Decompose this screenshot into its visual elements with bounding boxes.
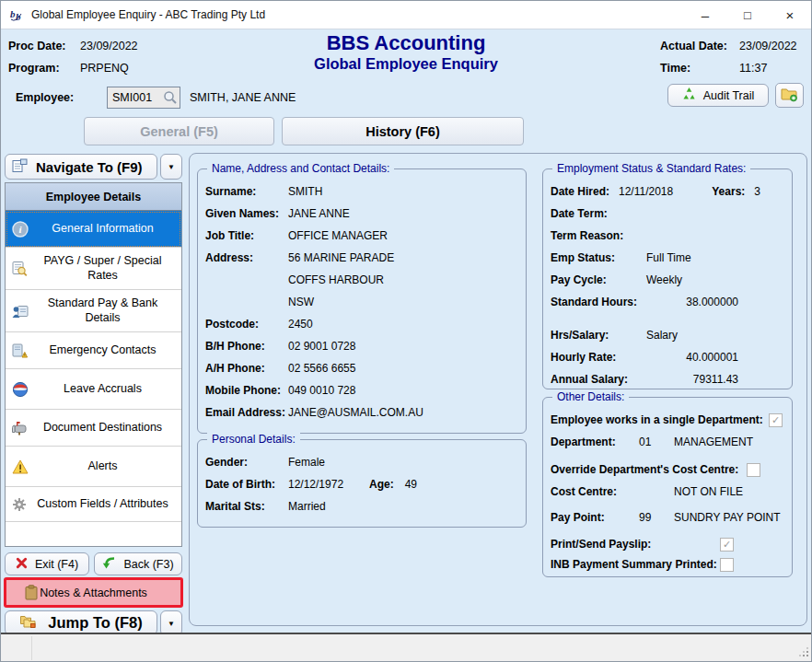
status-cell bbox=[1, 636, 32, 660]
field-label: Date of Birth: bbox=[205, 478, 288, 491]
pay-point-name: SUNDRY PAY POINT bbox=[674, 511, 781, 524]
actual-date-value: 23/09/2022 bbox=[739, 40, 804, 52]
resize-grip[interactable] bbox=[806, 655, 808, 656]
form-list-icon bbox=[12, 158, 28, 176]
field-label: Gender: bbox=[205, 456, 288, 469]
annual-salary-value: 79311.43 bbox=[646, 373, 738, 386]
clipboard-icon bbox=[25, 585, 38, 603]
field-label: Date Term: bbox=[551, 207, 646, 220]
emergency-contact-icon bbox=[12, 343, 28, 358]
exit-button[interactable]: Exit (F4) bbox=[5, 552, 89, 575]
search-icon[interactable] bbox=[163, 90, 178, 108]
gender-value: Female bbox=[288, 456, 325, 469]
titlebar: bb Global Employee Enquiry - ABC Trading… bbox=[1, 1, 811, 29]
add-folder-button[interactable] bbox=[775, 83, 804, 108]
field-label: Mobile Phone: bbox=[205, 384, 288, 397]
back-label: Back (F3) bbox=[123, 558, 173, 571]
bank-details-icon bbox=[12, 304, 29, 319]
warning-icon bbox=[12, 459, 29, 474]
payg-search-icon bbox=[12, 261, 28, 276]
standard-hours-value: 38.000000 bbox=[646, 296, 738, 308]
maximize-button[interactable]: □ bbox=[726, 1, 769, 29]
field-label: Date Hired: bbox=[551, 185, 619, 198]
surname-value: SMITH bbox=[288, 185, 322, 198]
list-header: Employee Details bbox=[6, 183, 181, 211]
close-button[interactable]: × bbox=[769, 1, 811, 29]
svg-text:b: b bbox=[16, 11, 21, 22]
field-label: Job Title: bbox=[205, 229, 288, 242]
tab-history[interactable]: History (F6) bbox=[282, 117, 524, 145]
field-label: Surname: bbox=[205, 185, 288, 198]
recycle-icon bbox=[682, 87, 696, 103]
employment-status-title: Employment Status & Standard Rates: bbox=[552, 162, 750, 175]
sidebar-item-payg-super-special-rates[interactable]: PAYG / Super / Special Rates bbox=[6, 248, 181, 290]
field-label: Given Names: bbox=[205, 207, 288, 220]
contact-details-group: Name, Address and Contact Details: Surna… bbox=[197, 168, 527, 434]
override-cost-centre-label: Override Department's Cost Centre: bbox=[551, 463, 738, 476]
jump-to-label: Jump To (F8) bbox=[48, 614, 142, 632]
job-title-value: OFFICE MANAGER bbox=[288, 229, 388, 242]
single-department-checkbox[interactable]: ✓ bbox=[769, 413, 783, 427]
employee-name: SMITH, JANE ANNE bbox=[190, 91, 296, 104]
inb-summary-label: INB Payment Summary Printed: bbox=[551, 558, 717, 571]
pay-point-label: Pay Point: bbox=[551, 511, 626, 524]
emp-status-value: Full Time bbox=[646, 251, 691, 264]
sidebar-item-custom-fields-attributes[interactable]: Custom Fields / Attributes bbox=[6, 487, 181, 522]
pay-point-code: 99 bbox=[639, 511, 674, 524]
department-name: MANAGEMENT bbox=[674, 436, 753, 448]
mobile-phone-value: 049 0010 728 bbox=[288, 384, 355, 397]
inb-summary-checkbox[interactable] bbox=[720, 558, 734, 572]
field-label: Hrs/Salary: bbox=[551, 329, 646, 342]
other-details-title: Other Details: bbox=[552, 390, 629, 403]
time-label: Time: bbox=[660, 62, 732, 75]
sidebar-item-alerts[interactable]: Alerts bbox=[6, 447, 181, 487]
address-line-3: NSW bbox=[288, 296, 314, 308]
content-panel: Name, Address and Contact Details: Surna… bbox=[189, 153, 807, 626]
jump-to-button[interactable]: Jump To (F8) bbox=[5, 610, 157, 635]
field-label: Standard Hours: bbox=[551, 296, 646, 308]
cost-centre-value: NOT ON FILE bbox=[674, 485, 743, 498]
employee-lookup-row: Employee: SMITH, JANE ANNE bbox=[16, 87, 296, 109]
field-label: Email Address: bbox=[205, 406, 288, 419]
notes-attachments-button[interactable]: Notes & Attachments bbox=[4, 577, 183, 608]
gear-icon bbox=[12, 497, 27, 512]
sidebar-item-leave-accruals[interactable]: Leave Accruals bbox=[6, 369, 181, 410]
sidebar-item-standard-pay-bank-details[interactable]: Standard Pay & Bank Details bbox=[6, 290, 181, 332]
navigate-to-label: Navigate To (F9) bbox=[36, 159, 143, 175]
age-value: 49 bbox=[405, 478, 417, 491]
ah-phone-value: 02 5566 6655 bbox=[288, 362, 355, 375]
folders-icon bbox=[19, 614, 37, 633]
personal-details-group: Personal Details: Gender:Female Date of … bbox=[197, 439, 527, 528]
mailbox-icon bbox=[12, 421, 29, 436]
sidebar-item-document-destinations[interactable]: Document Destinations bbox=[6, 410, 181, 447]
department-code: 01 bbox=[639, 436, 674, 448]
minimize-button[interactable]: – bbox=[684, 1, 726, 29]
back-button[interactable]: Back (F3) bbox=[94, 552, 182, 575]
field-label: Marital Sts: bbox=[205, 500, 288, 513]
audit-trail-button[interactable]: Audit Trail bbox=[667, 84, 769, 107]
field-label: Address: bbox=[205, 251, 288, 264]
hourly-rate-value: 40.000001 bbox=[646, 351, 738, 364]
pay-cycle-value: Weekly bbox=[646, 273, 682, 286]
red-x-icon bbox=[16, 557, 28, 572]
field-label: Emp Status: bbox=[551, 251, 646, 264]
navigate-to-button[interactable]: Navigate To (F9) bbox=[5, 154, 157, 180]
tab-general[interactable]: General (F5) bbox=[84, 117, 274, 145]
sidebar-item-general-information[interactable]: i General Information bbox=[6, 211, 181, 248]
field-label: Term Reason: bbox=[551, 229, 646, 242]
main-body: Proc Date: 23/09/2022 Program: PRPENQ BB… bbox=[1, 29, 811, 634]
field-label: Annual Salary: bbox=[551, 373, 646, 386]
override-cost-centre-checkbox[interactable] bbox=[747, 463, 760, 477]
payslip-checkbox[interactable]: ✓ bbox=[720, 538, 734, 552]
payslip-label: Print/Send Payslip: bbox=[551, 538, 651, 551]
time-value: 11:37 bbox=[739, 62, 804, 75]
navigate-dropdown-button[interactable]: ▼ bbox=[160, 154, 182, 180]
bh-phone-value: 02 9001 0728 bbox=[288, 340, 355, 353]
cost-centre-label: Cost Centre: bbox=[551, 485, 626, 498]
sidebar-item-emergency-contacts[interactable]: Emergency Contacts bbox=[6, 332, 181, 369]
hrs-salary-value: Salary bbox=[646, 329, 678, 342]
app-logo-icon: bb bbox=[8, 6, 25, 23]
status-bar bbox=[1, 633, 812, 661]
marital-status-value: Married bbox=[288, 500, 326, 513]
employment-status-group: Employment Status & Standard Rates: Date… bbox=[542, 168, 793, 389]
